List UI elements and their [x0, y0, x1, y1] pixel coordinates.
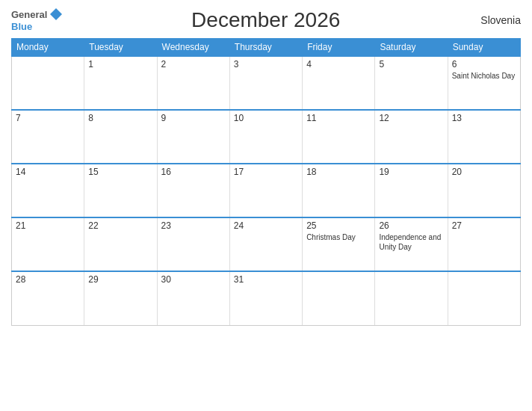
calendar-cell: 22	[84, 217, 157, 271]
country-label: Slovenia	[468, 14, 521, 26]
calendar-cell: 28	[12, 271, 84, 325]
day-number: 1	[88, 59, 152, 69]
weekday-header-monday: Monday	[12, 39, 84, 57]
day-number: 23	[161, 220, 226, 231]
holiday-name: Independence and Unity Day	[379, 232, 443, 252]
day-number: 18	[306, 167, 371, 177]
day-number: 6	[452, 59, 516, 69]
calendar-cell	[448, 271, 520, 325]
calendar-cell: 23	[157, 217, 229, 271]
day-number: 19	[379, 167, 443, 177]
holiday-name: Christmas Day	[306, 232, 371, 242]
calendar-cell: 6Saint Nicholas Day	[448, 56, 520, 110]
calendar-cell: 26Independence and Unity Day	[375, 217, 448, 271]
weekday-header-saturday: Saturday	[375, 39, 448, 57]
day-number: 11	[306, 113, 371, 123]
calendar-cell: 29	[84, 271, 157, 325]
calendar-cell: 15	[84, 164, 157, 217]
day-number: 25	[306, 220, 371, 231]
day-number: 12	[379, 113, 443, 123]
calendar-cell: 1	[84, 56, 157, 110]
calendar-cell: 21	[12, 217, 84, 271]
day-number: 17	[234, 167, 298, 177]
weekday-header-wednesday: Wednesday	[157, 39, 229, 57]
calendar-cell: 4	[303, 56, 375, 110]
day-number: 14	[16, 167, 80, 177]
calendar-table: MondayTuesdayWednesdayThursdayFridaySatu…	[11, 38, 521, 326]
day-number: 7	[16, 113, 80, 123]
calendar-cell: 27	[448, 217, 520, 271]
day-number: 24	[234, 220, 298, 231]
day-number: 27	[452, 220, 516, 231]
calendar-week-4: 2122232425Christmas Day26Independence an…	[12, 217, 521, 271]
calendar-week-2: 78910111213	[12, 110, 521, 164]
calendar-week-5: 28293031	[12, 271, 521, 325]
calendar-week-1: 123456Saint Nicholas Day	[12, 56, 521, 110]
day-number: 13	[452, 113, 516, 123]
calendar-cell: 9	[157, 110, 229, 164]
calendar-cell: 19	[375, 164, 448, 217]
calendar-cell: 2	[157, 56, 229, 110]
day-number: 30	[161, 274, 226, 285]
logo-flag-icon	[49, 7, 63, 21]
calendar-cell: 5	[375, 56, 448, 110]
calendar-cell: 25Christmas Day	[303, 217, 375, 271]
day-number: 16	[161, 167, 226, 177]
calendar-cell: 3	[229, 56, 302, 110]
calendar-cell: 13	[448, 110, 520, 164]
calendar-cell: 31	[229, 271, 302, 325]
calendar-cell: 12	[375, 110, 448, 164]
weekday-header-friday: Friday	[303, 39, 375, 57]
day-number: 21	[16, 220, 80, 231]
day-number: 26	[379, 220, 443, 231]
calendar-cell	[303, 271, 375, 325]
calendar-page: General Blue December 2026 Slovenia Mond…	[0, 0, 532, 411]
weekday-header-thursday: Thursday	[229, 39, 302, 57]
day-number: 5	[379, 59, 443, 69]
day-number: 2	[161, 59, 226, 69]
calendar-cell: 20	[448, 164, 520, 217]
day-number: 4	[306, 59, 371, 69]
day-number: 20	[452, 167, 516, 177]
calendar-cell: 14	[12, 164, 84, 217]
holiday-name: Saint Nicholas Day	[452, 71, 516, 81]
day-number: 9	[161, 113, 226, 123]
day-number: 15	[88, 167, 152, 177]
calendar-cell: 16	[157, 164, 229, 217]
calendar-cell: 8	[84, 110, 157, 164]
month-title: December 2026	[63, 8, 468, 32]
calendar-cell: 10	[229, 110, 302, 164]
svg-marker-0	[50, 8, 62, 20]
weekday-header-row: MondayTuesdayWednesdayThursdayFridaySatu…	[12, 39, 521, 57]
day-number: 10	[234, 113, 298, 123]
calendar-cell: 24	[229, 217, 302, 271]
calendar-week-3: 14151617181920	[12, 164, 521, 217]
day-number: 28	[16, 274, 80, 285]
day-number: 22	[88, 220, 152, 231]
calendar-cell: 7	[12, 110, 84, 164]
day-number: 31	[234, 274, 298, 285]
weekday-header-sunday: Sunday	[448, 39, 520, 57]
calendar-header: MondayTuesdayWednesdayThursdayFridaySatu…	[12, 39, 521, 57]
weekday-header-tuesday: Tuesday	[84, 39, 157, 57]
calendar-cell: 18	[303, 164, 375, 217]
calendar-cell: 30	[157, 271, 229, 325]
day-number: 3	[234, 59, 298, 69]
calendar-cell	[12, 56, 84, 110]
calendar-cell: 11	[303, 110, 375, 164]
calendar-cell	[375, 271, 448, 325]
calendar-body: 123456Saint Nicholas Day7891011121314151…	[12, 56, 521, 325]
day-number: 29	[88, 274, 152, 285]
logo-text-general: General	[11, 7, 47, 21]
day-number: 8	[88, 113, 152, 123]
logo: General Blue	[11, 7, 63, 32]
page-header: General Blue December 2026 Slovenia	[11, 7, 521, 32]
calendar-cell: 17	[229, 164, 302, 217]
